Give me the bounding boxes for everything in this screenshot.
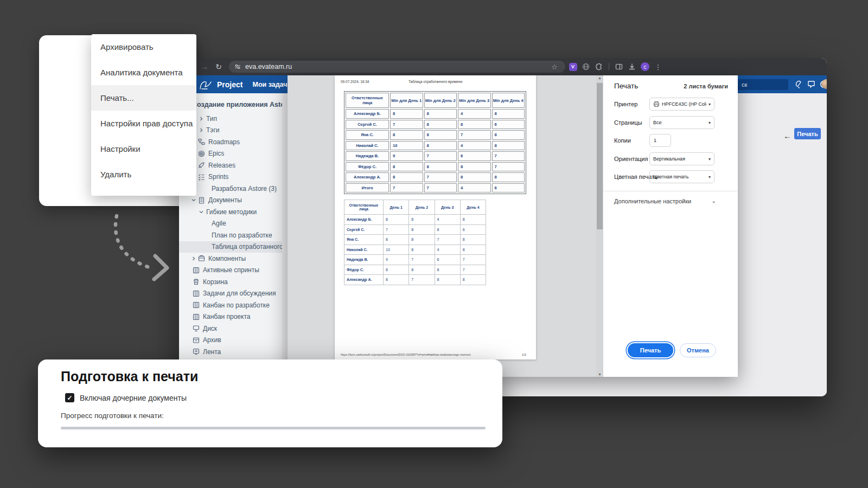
copies-input[interactable]: 1	[649, 134, 671, 147]
chevron-right-icon[interactable]	[191, 256, 196, 261]
sidebar-item[interactable]: Задачи для обсуждения	[179, 288, 282, 299]
table-row: Яна С.8878	[344, 235, 486, 245]
person-name-cell: Надежда В.	[344, 255, 384, 265]
sidebar-item[interactable]: План по разработке	[179, 229, 282, 241]
sidebar-item[interactable]: Гибкие методики	[179, 206, 282, 217]
profile-avatar-icon[interactable]: c	[640, 61, 650, 72]
archive-icon	[191, 337, 201, 344]
hours-cell: 8	[492, 172, 525, 182]
app-logo-text[interactable]: Project	[217, 80, 242, 89]
page-print-button[interactable]: Печать	[794, 128, 821, 139]
sidebar-item[interactable]: Канбан проекта	[179, 311, 282, 323]
sidebar-item-label: Диск	[203, 325, 217, 332]
hours-cell: 7	[409, 275, 435, 285]
sidebar-item[interactable]: Архив	[179, 335, 282, 346]
browser-menu-icon[interactable]: ⋮	[653, 61, 663, 72]
sidebar-item-label: Гибкие методики	[206, 208, 257, 216]
menu-item[interactable]: Печать...	[91, 85, 196, 111]
sidebar-item[interactable]: Agile	[179, 218, 282, 229]
nav-my-tasks[interactable]: Мои задачи	[252, 81, 291, 88]
back-arrow[interactable]: ←	[783, 131, 792, 140]
forward-icon[interactable]: →	[199, 62, 210, 71]
downloads-icon[interactable]	[627, 61, 637, 72]
divider	[603, 191, 738, 191]
table-header-cell: Min для День 2	[424, 93, 457, 108]
menu-item[interactable]: Настройки прав доступа	[91, 111, 196, 136]
sidebar-item-label: Sprints	[208, 173, 228, 181]
table-header-cell: День 3	[435, 200, 460, 215]
print-preview-modal: 09.07.2024, 16:34 Таблица отработанного …	[288, 75, 738, 377]
cancel-button[interactable]: Отмена	[680, 343, 716, 357]
print-setting-row: ОриентацияВертикальная▾	[603, 152, 738, 165]
table-row: Итого7746	[346, 183, 525, 193]
sidebar-item[interactable]: Активные спринты	[179, 265, 282, 276]
include-children-checkbox[interactable]: ✓	[65, 393, 74, 402]
hours-cell: 8	[409, 245, 435, 255]
side-panel-icon[interactable]	[614, 61, 624, 72]
hours-cell: 4	[435, 215, 460, 225]
address-bar[interactable]: eva.evateam.ru ☆	[229, 61, 565, 73]
sidebar-item[interactable]: Корзина	[179, 276, 282, 287]
table-header-cell: Min для День 3	[458, 93, 491, 108]
chevron-down-icon[interactable]: ⌄	[712, 198, 716, 204]
printer-select[interactable]: HPFCE43C (HP Color La▾	[649, 98, 714, 111]
notes-icon[interactable]	[807, 80, 816, 89]
hours-cell: 7	[424, 151, 457, 161]
extensions-puzzle-icon[interactable]	[593, 61, 604, 72]
prepare-modal-title: Подготовка к печати	[61, 369, 198, 384]
hours-cell: 4	[458, 141, 491, 151]
more-settings-toggle[interactable]: Дополнительные настройки	[614, 198, 691, 204]
sidebar-item-label: Roadmaps	[208, 138, 240, 146]
chevron-down-icon[interactable]	[199, 210, 204, 214]
kanban-icon	[191, 290, 201, 297]
hours-cell: 8	[384, 275, 409, 285]
scroll-up-icon[interactable]: ▲	[596, 76, 603, 80]
globe-extension-icon[interactable]	[580, 61, 591, 72]
menu-item[interactable]: Настройки	[91, 136, 196, 162]
chevron-down-icon[interactable]	[191, 198, 196, 202]
menu-item[interactable]: Аналитика документа	[91, 60, 196, 85]
bookmark-star-icon[interactable]: ☆	[549, 61, 560, 72]
table-header-cell: День 4	[460, 200, 486, 215]
hours-cell: 6	[492, 183, 525, 193]
print-button[interactable]: Печать	[628, 343, 673, 357]
hours-cell: 7	[390, 120, 423, 130]
select-caret-icon: ▾	[709, 175, 711, 179]
hours-cell: 6	[460, 224, 486, 235]
sidebar-item-label: Тип	[206, 115, 217, 123]
sidebar-item[interactable]: Лента	[179, 346, 282, 357]
hours-cell: 8	[409, 224, 435, 235]
table-row: Яна С.8878	[346, 130, 525, 140]
project-title[interactable]: Создание приложения Astore	[192, 101, 282, 108]
chevron-right-icon[interactable]	[199, 117, 204, 121]
sidebar-item[interactable]: Канбан по разработке	[179, 299, 282, 311]
hours-cell: 6	[458, 151, 491, 161]
setting-select[interactable]: Вертикальная▾	[649, 152, 714, 165]
hours-cell: 7	[492, 162, 525, 172]
person-name-cell: Александр А.	[344, 275, 384, 285]
preview-scrollbar[interactable]: ▲ ▼	[596, 75, 603, 377]
menu-item[interactable]: Архивировать	[91, 34, 196, 60]
print-preview-page: 09.07.2024, 16:34 Таблица отработанного …	[335, 75, 536, 359]
extension-v-icon[interactable]: V	[567, 61, 578, 72]
notifications-bell-icon[interactable]	[794, 80, 803, 89]
site-settings-icon[interactable]	[234, 63, 241, 70]
sidebar-item[interactable]: Компоненты	[179, 253, 282, 264]
sidebar-item[interactable]: Документы	[179, 195, 282, 206]
setting-select[interactable]: Цветная печать▾	[649, 170, 714, 183]
setting-select[interactable]: Все▾	[649, 116, 714, 129]
scroll-down-icon[interactable]: ▼	[596, 373, 603, 376]
hours-cell: 7	[460, 255, 486, 265]
sidebar-item[interactable]: Таблица отработанного времени	[179, 241, 282, 253]
hours-cell: 8	[409, 265, 435, 275]
hours-cell: 8	[409, 215, 435, 225]
menu-item[interactable]: Удалить	[91, 162, 196, 187]
chevron-right-icon[interactable]	[199, 128, 204, 132]
sidebar-item[interactable]: Диск	[179, 323, 282, 334]
prepare-print-modal: Подготовка к печати ✓ Включая дочерние д…	[38, 359, 502, 447]
reload-icon[interactable]: ↻	[213, 62, 225, 71]
sidebar-item-label: Корзина	[203, 278, 228, 286]
document-icon	[196, 197, 206, 204]
url-text[interactable]: eva.evateam.ru	[245, 63, 545, 70]
scrollbar-thumb[interactable]	[597, 83, 603, 229]
